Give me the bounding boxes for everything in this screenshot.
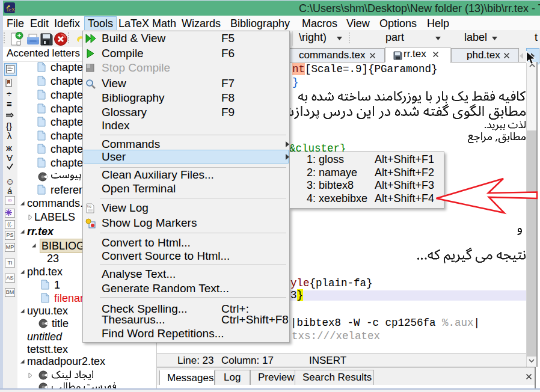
svg-text:log: log	[87, 204, 91, 208]
svg-text:TeX: TeX	[6, 7, 15, 13]
